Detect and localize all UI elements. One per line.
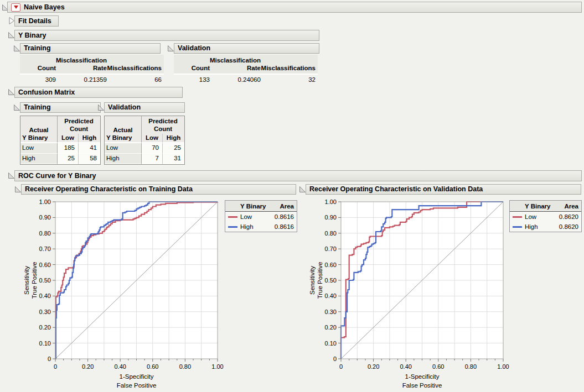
- svg-text:0.60: 0.60: [147, 363, 158, 370]
- legend-col-header: Y Binary: [525, 203, 553, 210]
- legend-row[interactable]: Low0.8616: [225, 212, 297, 222]
- svg-text:0.90: 0.90: [39, 214, 51, 221]
- cell-value: 0.21359: [58, 75, 109, 84]
- training-misclassification-table: CountMisclassification RateMisclassifica…: [20, 55, 164, 84]
- svg-text:1.00: 1.00: [39, 198, 51, 205]
- svg-text:0: 0: [48, 356, 51, 362]
- svg-text:0.20: 0.20: [82, 363, 94, 370]
- confusion-matrix-label: Confusion Matrix: [18, 89, 75, 96]
- cell-value: 25: [57, 154, 78, 164]
- row-label: High: [20, 154, 57, 164]
- cell-value: 70: [141, 143, 162, 154]
- svg-text:0.10: 0.10: [325, 340, 337, 347]
- legend-col-header: Area: [553, 203, 581, 210]
- y-axis-title: True Positive: [317, 262, 323, 299]
- x-axis-title: 1-Specificity: [120, 373, 154, 380]
- svg-text:0.60: 0.60: [325, 262, 337, 268]
- cell-value: 309: [20, 75, 58, 84]
- legend-header: Y BinaryArea: [510, 201, 581, 212]
- outline-header-confusion-matrix[interactable]: Confusion Matrix: [14, 87, 183, 98]
- legend-line-swatch: [510, 216, 525, 218]
- y-axis-title: Sensitivity: [23, 266, 30, 295]
- roc-legend-training: Y BinaryAreaLow0.8616High0.8616: [225, 200, 297, 232]
- roc-legend-validation: Y BinaryAreaLow0.8620High0.8620: [509, 200, 582, 232]
- legend-area-value: 0.8616: [268, 213, 297, 220]
- column-header: High: [162, 134, 184, 143]
- row-label: Low: [105, 143, 141, 154]
- roc-plot-canvas: 00.200.400.600.801.0000.100.200.300.400.…: [302, 196, 510, 390]
- outline-header-y-binary[interactable]: Y Binary: [14, 30, 319, 41]
- cell-value: 31: [162, 154, 184, 164]
- legend-area-value: 0.8620: [553, 223, 581, 230]
- outline-header-fit-details[interactable]: Fit Details: [14, 15, 59, 27]
- legend-entry-label: Low: [240, 213, 268, 220]
- misclassification-grid: CountMisclassification RateMisclassifica…: [20, 55, 164, 84]
- outline-header-roc-training[interactable]: Receiver Operating Characteristic on Tra…: [21, 184, 296, 195]
- validation-misclassification-table: CountMisclassification RateMisclassifica…: [174, 55, 318, 84]
- actual-header: Actual: [20, 116, 57, 134]
- fit-details-label: Fit Details: [18, 18, 51, 25]
- cell-value: 41: [78, 143, 100, 154]
- svg-text:0.20: 0.20: [39, 324, 51, 331]
- column-header: Low: [141, 134, 162, 143]
- outline-header-validation[interactable]: Validation: [174, 43, 319, 54]
- svg-text:0.20: 0.20: [368, 363, 379, 370]
- response-header: Y Binary: [20, 134, 57, 143]
- svg-text:0.40: 0.40: [114, 363, 126, 370]
- outline-header-cm-training[interactable]: Training: [20, 102, 101, 113]
- row-label: Low: [20, 143, 57, 154]
- cell-value: 66: [109, 75, 164, 84]
- svg-text:0.70: 0.70: [325, 245, 337, 252]
- outline-header-cm-validation[interactable]: Validation: [104, 102, 185, 113]
- svg-text:0.90: 0.90: [325, 214, 337, 221]
- roc-plot-training[interactable]: 00.200.400.600.801.0000.100.200.300.400.…: [17, 196, 224, 390]
- actual-header: Actual: [105, 116, 141, 134]
- column-header: Count: [20, 55, 58, 75]
- column-header: Misclassification Rate: [212, 55, 263, 75]
- svg-text:1.00: 1.00: [325, 198, 337, 205]
- outline-header-training[interactable]: Training: [20, 43, 161, 54]
- legend-row[interactable]: Low0.8620: [510, 212, 581, 222]
- legend-row[interactable]: High0.8616: [225, 222, 297, 232]
- roc-curve-label: ROC Curve for Y Binary: [18, 173, 96, 180]
- svg-text:0.70: 0.70: [39, 245, 51, 252]
- legend-line-swatch: [225, 216, 240, 218]
- svg-text:0.50: 0.50: [325, 277, 337, 284]
- svg-text:0: 0: [54, 363, 57, 370]
- roc-training-title: Receiver Operating Characteristic on Tra…: [25, 186, 193, 193]
- roc-plot-validation[interactable]: 00.200.400.600.801.0000.100.200.300.400.…: [302, 196, 510, 390]
- y-axis-title: True Positive: [31, 262, 38, 299]
- svg-text:0.60: 0.60: [432, 363, 444, 370]
- svg-text:0.20: 0.20: [325, 324, 337, 331]
- jmp-report-window: Naive Bayes Fit Details Y Binary Trainin…: [0, 0, 584, 392]
- outline-header-roc-curve[interactable]: ROC Curve for Y Binary: [14, 170, 582, 181]
- cell-value: 25: [162, 143, 184, 154]
- report-title: Naive Bayes: [24, 4, 65, 11]
- outline-header-roc-validation[interactable]: Receiver Operating Characteristic on Val…: [306, 184, 581, 195]
- validation-label: Validation: [178, 45, 210, 52]
- cell-value: 0.24060: [212, 75, 263, 84]
- confusion-grid: ActualPredicted CountY BinaryLowHighLow7…: [104, 116, 185, 165]
- legend-entry-label: High: [240, 223, 268, 230]
- validation-confusion-table: ActualPredicted CountY BinaryLowHighLow7…: [104, 116, 185, 165]
- svg-text:0: 0: [333, 356, 337, 362]
- misclassification-grid: CountMisclassification RateMisclassifica…: [174, 55, 318, 84]
- confusion-grid: ActualPredicted CountY BinaryLowHighLow1…: [20, 116, 101, 165]
- svg-text:0.40: 0.40: [325, 292, 337, 299]
- svg-text:0.50: 0.50: [39, 277, 51, 284]
- legend-row[interactable]: High0.8620: [510, 222, 581, 232]
- x-axis-title: 1-Specificity: [405, 373, 440, 380]
- roc-plot-canvas: 00.200.400.600.801.0000.100.200.300.400.…: [17, 196, 224, 390]
- legend-header: Y BinaryArea: [225, 201, 297, 212]
- x-axis-title: False Positive: [117, 382, 157, 389]
- column-header: Low: [57, 134, 78, 143]
- legend-entry-label: Low: [525, 213, 553, 220]
- legend-area-value: 0.8620: [553, 213, 581, 220]
- x-axis-title: False Positive: [402, 382, 442, 389]
- response-header: Y Binary: [105, 134, 141, 143]
- svg-text:0.80: 0.80: [325, 230, 337, 237]
- outline-header-naive-bayes[interactable]: Naive Bayes: [7, 2, 582, 13]
- red-triangle-menu-icon[interactable]: [11, 3, 20, 12]
- training-confusion-table: ActualPredicted CountY BinaryLowHighLow1…: [20, 116, 101, 165]
- legend-col-header: Area: [268, 203, 297, 210]
